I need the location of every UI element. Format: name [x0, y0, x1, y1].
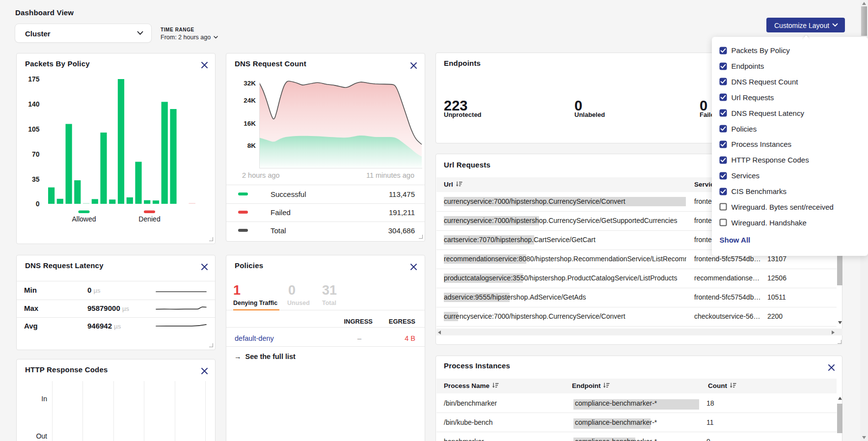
svg-text:140: 140 [28, 100, 40, 108]
svg-text:105: 105 [28, 125, 40, 133]
svg-text:70: 70 [32, 150, 40, 158]
svg-text:0: 0 [36, 200, 40, 208]
svg-text:Denied: Denied [138, 215, 160, 223]
svg-text:175: 175 [28, 75, 40, 83]
svg-text:Allowed: Allowed [72, 215, 96, 223]
svg-text:35: 35 [32, 175, 40, 183]
